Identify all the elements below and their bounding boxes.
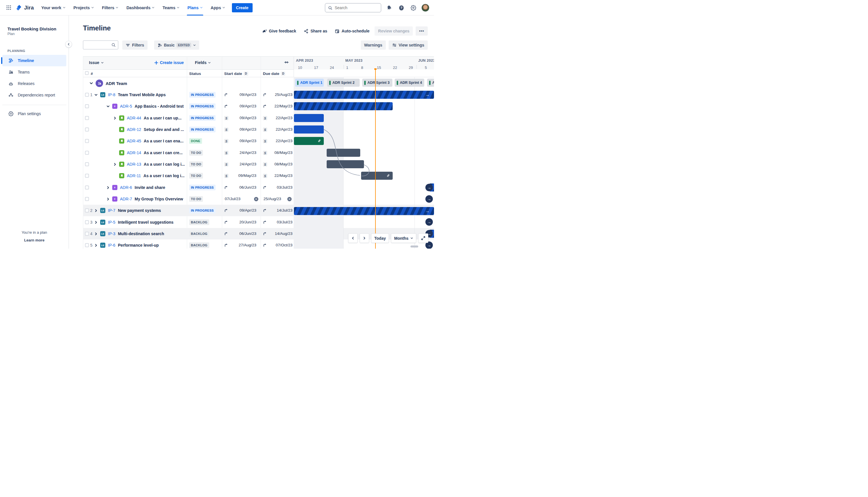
help-icon[interactable]: ? bbox=[397, 4, 405, 12]
issue-key[interactable]: ADR-11 bbox=[127, 173, 141, 178]
chevron-right-icon[interactable] bbox=[94, 232, 98, 236]
scroll-right-button[interactable] bbox=[360, 233, 369, 243]
chevron-right-icon[interactable] bbox=[106, 186, 110, 189]
row-checkbox[interactable] bbox=[85, 197, 89, 201]
status-badge[interactable]: IN PROGRESS bbox=[189, 208, 216, 213]
gantt-bar-ip7[interactable]: → bbox=[294, 207, 434, 215]
start-date[interactable]: 09/Apr/23 bbox=[227, 208, 256, 212]
status-badge[interactable]: BACKLOG bbox=[189, 231, 209, 237]
timeline-search-input[interactable] bbox=[83, 41, 118, 49]
status-badge[interactable]: DONE bbox=[189, 138, 202, 144]
issue-title[interactable]: Team Travel Mobile Apps bbox=[118, 93, 166, 97]
sprint-bar[interactable]: ADR bbox=[427, 79, 434, 87]
scroll-to-bar-button[interactable]: → bbox=[425, 184, 433, 191]
nav-dashboards[interactable]: Dashboards bbox=[124, 0, 157, 15]
issue-title[interactable]: As a user I can log i... bbox=[144, 162, 185, 167]
status-badge[interactable]: TO DO bbox=[189, 173, 203, 179]
gantt-bar-adr12[interactable] bbox=[294, 126, 324, 133]
start-date[interactable]: 20/Jun/23 bbox=[227, 220, 256, 224]
clear-date-icon[interactable]: ✕ bbox=[287, 197, 292, 201]
start-date[interactable]: 24/Apr/23 bbox=[227, 151, 256, 155]
start-date[interactable]: 09/Apr/23 bbox=[227, 104, 256, 108]
sidebar-item-timeline[interactable]: Timeline bbox=[2, 55, 66, 66]
row-checkbox[interactable] bbox=[85, 104, 89, 108]
gantt-bar-adr45[interactable] bbox=[294, 137, 324, 145]
nav-projects[interactable]: Projects bbox=[71, 0, 97, 15]
gantt-bar-adr14[interactable] bbox=[327, 149, 360, 157]
due-date[interactable]: 08/May/23 bbox=[263, 151, 292, 155]
issue-key[interactable]: IP-8 bbox=[108, 93, 115, 97]
issue-title[interactable]: App Basics - Android test bbox=[135, 104, 184, 109]
issue-title[interactable]: Invite and share bbox=[135, 185, 165, 190]
issue-key[interactable]: ADR-44 bbox=[127, 116, 141, 120]
global-search-input[interactable] bbox=[325, 3, 381, 12]
chevron-right-icon[interactable] bbox=[113, 163, 117, 166]
sidebar-collapse-button[interactable] bbox=[65, 41, 72, 48]
due-date[interactable]: 08/May/23 bbox=[263, 162, 292, 166]
warnings-button[interactable]: Warnings bbox=[361, 41, 386, 50]
issue-key[interactable]: ADR-12 bbox=[127, 127, 141, 132]
sidebar-item-plan-settings[interactable]: Plan settings bbox=[2, 108, 66, 119]
start-date[interactable]: 09/May/23 bbox=[227, 173, 256, 178]
due-date[interactable]: 14/Aug/23 bbox=[263, 231, 292, 236]
issue-title[interactable]: Setup dev and and ... bbox=[144, 127, 184, 132]
app-switcher-icon[interactable] bbox=[4, 3, 13, 12]
due-date[interactable]: 22/Apr/23 bbox=[263, 139, 292, 143]
issue-title[interactable]: Multi-destination search bbox=[118, 231, 164, 236]
status-badge[interactable]: TO DO bbox=[189, 196, 203, 202]
row-checkbox[interactable] bbox=[85, 162, 89, 166]
due-date[interactable]: 25/Aug/23 bbox=[263, 93, 292, 97]
notifications-bell-icon[interactable] bbox=[385, 4, 393, 12]
row-checkbox[interactable] bbox=[85, 185, 89, 189]
status-badge[interactable]: IN PROGRESS bbox=[189, 103, 216, 109]
zoom-level-select[interactable]: Months bbox=[391, 233, 416, 243]
row-checkbox[interactable] bbox=[85, 139, 89, 143]
sprint-bar[interactable]: ADR Sprint 3 bbox=[362, 79, 392, 87]
gantt-bar-adr5[interactable] bbox=[294, 102, 393, 110]
sidebar-item-teams[interactable]: Teams bbox=[2, 66, 66, 78]
fullscreen-button[interactable] bbox=[418, 233, 428, 243]
due-date[interactable]: 22/Apr/23 bbox=[263, 127, 292, 131]
issue-title[interactable]: My Group Trips Overview bbox=[135, 197, 183, 201]
sprint-bar[interactable]: ADR Sprint 1 bbox=[295, 79, 324, 87]
row-checkbox[interactable] bbox=[85, 116, 89, 120]
nav-your-work[interactable]: Your work bbox=[39, 0, 68, 15]
nav-teams[interactable]: Teams bbox=[160, 0, 182, 15]
status-badge[interactable]: TO DO bbox=[189, 161, 203, 167]
issue-title[interactable]: As a user I can log i... bbox=[144, 173, 185, 178]
issue-key[interactable]: IP-5 bbox=[108, 220, 115, 225]
status-badge[interactable]: BACKLOG bbox=[189, 242, 209, 248]
fields-menu[interactable]: Fields bbox=[195, 60, 211, 65]
issue-key[interactable]: ADR-45 bbox=[127, 139, 141, 143]
global-search-field[interactable] bbox=[335, 5, 375, 10]
horizontal-scrollbar-thumb[interactable] bbox=[410, 245, 418, 247]
chevron-right-icon[interactable] bbox=[94, 244, 98, 247]
start-date[interactable]: 06/Jun/23 bbox=[227, 185, 256, 189]
status-badge[interactable]: IN PROGRESS bbox=[189, 127, 216, 132]
due-date[interactable]: 03/Jul/23 bbox=[263, 220, 292, 224]
scroll-left-button[interactable] bbox=[348, 233, 358, 243]
create-issue-button[interactable]: Create issue bbox=[155, 60, 184, 65]
nav-plans[interactable]: Plans bbox=[185, 0, 205, 15]
scroll-to-bar-button[interactable]: → bbox=[425, 218, 433, 226]
today-button[interactable]: Today bbox=[371, 233, 389, 243]
chevron-down-icon[interactable] bbox=[106, 105, 110, 108]
start-date[interactable]: 06/Jun/23 bbox=[227, 231, 256, 236]
status-badge[interactable]: IN PROGRESS bbox=[189, 92, 216, 98]
due-date[interactable]: 03/Jul/23 bbox=[263, 185, 292, 189]
jira-logo[interactable]: Jira bbox=[15, 4, 37, 11]
issue-key[interactable]: ADR-14 bbox=[127, 151, 141, 155]
status-badge[interactable]: BACKLOG bbox=[189, 219, 209, 225]
issue-key[interactable]: ADR-13 bbox=[127, 162, 141, 167]
filters-button[interactable]: Filters bbox=[122, 41, 147, 50]
start-date[interactable]: 09/Apr/23 bbox=[227, 139, 256, 143]
sidebar-item-releases[interactable]: Releases bbox=[2, 78, 66, 89]
status-badge[interactable]: IN PROGRESS bbox=[189, 185, 216, 190]
due-date[interactable]: 22/Apr/23 bbox=[263, 116, 292, 120]
sprint-bar[interactable]: ADR Sprint 2 bbox=[327, 79, 360, 87]
start-date[interactable]: 07/Jul/23 bbox=[225, 197, 255, 201]
due-date[interactable]: 07/Oct/23 bbox=[263, 243, 292, 247]
start-date[interactable]: 27/Aug/23 bbox=[227, 243, 256, 247]
status-badge[interactable]: IN PROGRESS bbox=[189, 115, 216, 121]
issue-key[interactable]: ADR-7 bbox=[120, 197, 132, 201]
